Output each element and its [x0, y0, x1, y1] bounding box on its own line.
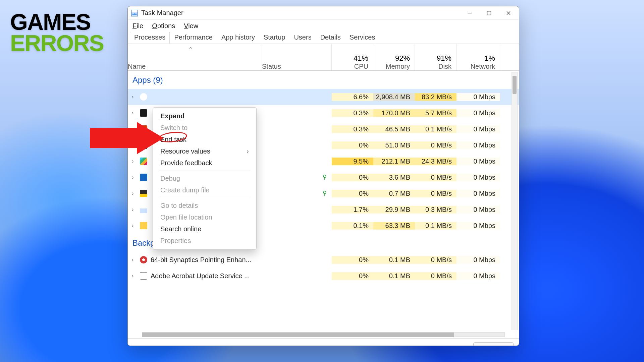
cell-net: 0 Mbps	[457, 256, 500, 264]
cell-net: 0 Mbps	[457, 141, 500, 149]
header-network[interactable]: 1%Network	[457, 44, 500, 70]
app-icon	[140, 125, 147, 133]
expand-chevron-icon[interactable]	[132, 206, 137, 213]
cell-disk: 0 MB/s	[415, 256, 457, 264]
expand-chevron-icon[interactable]	[132, 110, 137, 116]
expand-chevron-icon[interactable]	[132, 174, 137, 180]
minimize-button[interactable]	[460, 6, 479, 20]
vertical-scrollbar[interactable]	[512, 72, 518, 330]
tab-bar: ProcessesPerformanceApp historyStartupUs…	[128, 32, 519, 44]
cell-cpu: 0.1%	[332, 222, 373, 230]
expand-chevron-icon[interactable]	[132, 257, 137, 263]
cell-disk: 0.3 MB/s	[415, 206, 457, 214]
expand-chevron-icon[interactable]	[132, 126, 137, 132]
tab-processes[interactable]: Processes	[130, 32, 170, 44]
svg-rect-0	[487, 11, 491, 15]
close-button[interactable]	[499, 6, 518, 20]
menu-options[interactable]: Options	[152, 22, 175, 30]
tab-details[interactable]: Details	[316, 32, 345, 44]
cell-cpu: 0%	[332, 174, 373, 181]
sort-indicator-icon	[188, 46, 193, 53]
cell-net: 0 Mbps	[457, 206, 500, 214]
cell-net: 0 Mbps	[457, 190, 500, 197]
cell-mem: 0.7 MB	[373, 190, 415, 197]
logo-line2: ERRORS	[10, 33, 104, 54]
menu-file[interactable]: File	[132, 22, 143, 30]
header-status[interactable]: Status	[262, 44, 332, 70]
cell-cpu: 6.6%	[332, 93, 373, 101]
cell-mem: 0.1 MB	[373, 256, 415, 264]
header-memory[interactable]: 92%Memory	[373, 44, 415, 70]
cell-disk: 83.2 MB/s	[415, 93, 457, 101]
cell-mem: 170.0 MB	[373, 109, 415, 117]
cell-cpu: 0.3%	[332, 125, 373, 133]
ctx-switch-to: Switch to	[153, 122, 256, 134]
expand-chevron-icon[interactable]	[132, 158, 137, 164]
expand-chevron-icon[interactable]	[132, 142, 137, 148]
cell-net: 0 Mbps	[457, 158, 500, 165]
app-icon	[140, 222, 147, 229]
end-task-button[interactable]: End task	[473, 342, 514, 346]
scrollbar-thumb[interactable]	[513, 76, 517, 94]
maximize-button[interactable]	[479, 6, 499, 20]
cell-cpu: 1.7%	[332, 206, 373, 214]
ctx-separator	[159, 171, 250, 171]
tab-services[interactable]: Services	[345, 32, 380, 44]
app-icon	[140, 174, 147, 181]
fewer-details-link[interactable]: ⌃ Fewer details	[133, 345, 182, 346]
app-icon	[140, 272, 147, 280]
context-menu: Expand Switch to End task Resource value…	[153, 107, 257, 250]
cell-mem: 0.1 MB	[373, 272, 415, 280]
cell-cpu: 0%	[332, 141, 373, 149]
header-disk[interactable]: 91%Disk	[415, 44, 457, 70]
ctx-expand[interactable]: Expand	[153, 110, 256, 122]
menu-view[interactable]: View	[184, 22, 198, 30]
logo-line1: GAMES	[10, 11, 104, 33]
expand-chevron-icon[interactable]	[132, 223, 137, 229]
tab-performance[interactable]: Performance	[170, 32, 217, 44]
ctx-resource-values[interactable]: Resource values	[153, 145, 256, 157]
process-row[interactable]: Adobe Acrobat Update Service ...0%0.1 MB…	[128, 268, 519, 284]
app-icon	[140, 256, 147, 263]
horizontal-scrollbar[interactable]	[128, 331, 519, 338]
cell-disk: 24.3 MB/s	[415, 158, 457, 165]
app-icon	[140, 109, 147, 117]
ctx-search-online[interactable]: Search online	[153, 223, 256, 235]
ctx-separator	[159, 198, 250, 198]
ctx-go-to-details: Go to details	[153, 200, 256, 212]
ctx-provide-feedback[interactable]: Provide feedback	[153, 157, 256, 169]
window-title: Task Manager	[141, 9, 183, 17]
cell-mem: 51.0 MB	[373, 141, 415, 149]
cell-cpu: 0.3%	[332, 109, 373, 117]
cell-disk: 0 MB/s	[415, 141, 457, 149]
cell-disk: 0 MB/s	[415, 190, 457, 197]
cell-disk: 0.1 MB/s	[415, 222, 457, 230]
tab-startup[interactable]: Startup	[259, 32, 289, 44]
chevron-up-icon: ⌃	[133, 345, 138, 346]
section-apps[interactable]: Apps (9)	[128, 71, 519, 89]
expand-chevron-icon[interactable]	[132, 190, 137, 196]
svg-point-1	[323, 175, 326, 178]
ctx-end-task[interactable]: End task	[153, 134, 256, 145]
tab-users[interactable]: Users	[289, 32, 316, 44]
cell-cpu: 0%	[332, 190, 373, 197]
header-name[interactable]: Name	[128, 44, 262, 70]
process-row[interactable]: 64-bit Synaptics Pointing Enhan...0%0.1 …	[128, 252, 519, 268]
cell-disk: 0 MB/s	[415, 272, 457, 280]
expand-chevron-icon[interactable]	[132, 94, 137, 100]
header-cpu[interactable]: 41%CPU	[332, 44, 373, 70]
process-row[interactable]: 6.6%2,908.4 MB83.2 MB/s0 Mbps	[128, 89, 519, 105]
cell-net: 0 Mbps	[457, 109, 500, 117]
ctx-open-file-location: Open file location	[153, 212, 256, 223]
process-name: 64-bit Synaptics Pointing Enhan...	[151, 256, 251, 264]
titlebar[interactable]: Task Manager	[128, 6, 519, 20]
app-icon	[140, 141, 147, 149]
bottom-bar: ⌃ Fewer details End task	[128, 338, 519, 346]
menubar: File Options View	[128, 20, 519, 32]
tab-app-history[interactable]: App history	[217, 32, 259, 44]
app-icon	[140, 158, 147, 165]
process-name: Adobe Acrobat Update Service ...	[151, 272, 250, 280]
expand-chevron-icon[interactable]	[132, 273, 137, 279]
app-icon	[140, 93, 147, 101]
cell-mem: 3.6 MB	[373, 174, 415, 181]
